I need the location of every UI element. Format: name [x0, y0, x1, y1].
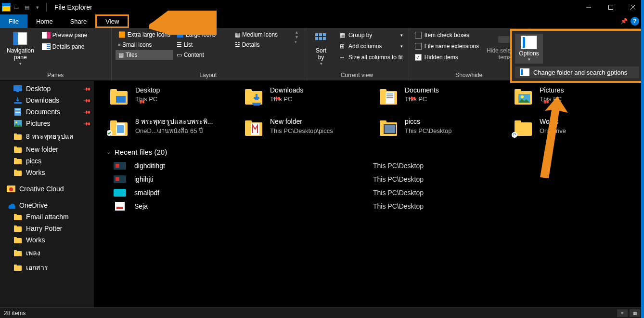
tile-item[interactable]: New folderThis PC\Desktop\piccs [238, 114, 373, 143]
sidebar-item[interactable]: Documents📌 [0, 106, 94, 118]
window-title: File Explorer [54, 3, 92, 11]
recent-file-name: Seja [134, 202, 365, 210]
recent-file-row[interactable]: SejaThis PC\Desktop [103, 199, 644, 213]
sidebar-item[interactable]: Works [0, 234, 94, 246]
tile-item[interactable]: piccsThis PC\Desktop [373, 114, 508, 143]
folder-icon [13, 169, 22, 176]
svg-rect-33 [14, 147, 22, 153]
cc-icon [7, 185, 15, 193]
pin-icon: 📌 [83, 108, 91, 116]
app-icon [2, 3, 11, 12]
change-folder-options-icon [520, 68, 529, 76]
folder-icon [13, 225, 22, 232]
recent-file-name: smallpdf [134, 189, 365, 197]
maximize-button[interactable] [600, 0, 622, 14]
sidebar-item-label: Desktop [26, 85, 51, 93]
svg-rect-52 [110, 89, 117, 92]
sidebar-item[interactable]: 8 พระพุทธรูปแล [0, 129, 94, 144]
layout-scroll-down[interactable]: ▼ [295, 35, 299, 40]
tab-file[interactable]: File [0, 14, 27, 28]
recent-files-label: Recent files (20) [115, 148, 167, 156]
item-check-boxes-toggle[interactable]: Item check boxes [413, 30, 481, 40]
sidebar-item-label: Email attachm [26, 213, 69, 221]
sidebar-item[interactable]: Works [0, 167, 94, 178]
add-columns-button[interactable]: ⊞Add columns▾ [336, 41, 405, 52]
details-pane-button[interactable]: Details pane [40, 41, 107, 52]
sidebar-item[interactable]: เอกสาร [0, 260, 94, 275]
tab-home[interactable]: Home [27, 14, 62, 28]
layout-tiles[interactable]: ▤Tiles [116, 50, 173, 60]
change-folder-options-item[interactable]: Change folder and search options [515, 66, 639, 78]
recent-file-path: This PC\Desktop [373, 175, 424, 183]
tile-path: This PC\Desktop [405, 127, 452, 135]
file-icon [113, 188, 127, 197]
sidebar-item[interactable]: เพลง [0, 246, 94, 260]
qat-dropdown-icon[interactable]: ▾ [33, 2, 42, 12]
sidebar-item-label: เอกสาร [26, 262, 48, 273]
layout-scroll-more[interactable]: ▾ [295, 40, 299, 44]
preview-pane-button[interactable]: Preview pane [40, 30, 107, 40]
desktop-edge [641, 0, 644, 318]
layout-group-label: Layout [116, 71, 301, 80]
qat-properties-icon[interactable]: ▤ [22, 2, 32, 12]
tab-share[interactable]: Share [62, 14, 96, 28]
tile-item[interactable]: DownloadsThis PC📌 [238, 83, 373, 114]
qat-folder-icon[interactable]: ▭ [12, 2, 21, 12]
tile-item[interactable]: 8 พระพุทธรูปและบพระพิ...OneD...\งานหนังส… [103, 114, 238, 143]
tile-item[interactable]: DocumentsThis PC📌 [373, 83, 508, 114]
svg-rect-87 [116, 207, 123, 209]
sidebar-item[interactable]: Email attachm [0, 211, 94, 223]
file-icon [113, 202, 127, 211]
options-label: Options [519, 50, 539, 57]
pin-ribbon-icon[interactable]: 📌 [620, 18, 628, 25]
hidden-items-toggle[interactable]: ✓Hidden items [413, 52, 481, 63]
recent-file-row[interactable]: smallpdfThis PC\Desktop [103, 186, 644, 199]
sidebar-item[interactable]: Creative Cloud [0, 183, 94, 195]
size-columns-button[interactable]: ↔Size all columns to fit [336, 52, 405, 63]
file-extensions-toggle[interactable]: File name extensions [413, 41, 481, 52]
navigation-sidebar[interactable]: Desktop📌Downloads📌Documents📌Pictures📌8 พ… [0, 81, 94, 307]
svg-rect-60 [386, 95, 393, 96]
options-button[interactable]: Options ▾ [515, 34, 543, 64]
sidebar-item-label: New folder [26, 146, 58, 153]
svg-rect-14 [315, 33, 318, 36]
options-highlight-box: Options ▾ Change folder and search optio… [510, 29, 644, 83]
layout-medium[interactable]: ▦Medium icons [232, 30, 290, 40]
navigation-pane-button[interactable]: Navigation pane ▾ [4, 30, 37, 67]
sidebar-item[interactable]: Harry Potter [0, 223, 94, 234]
sidebar-item[interactable]: piccs [0, 155, 94, 167]
svg-rect-69 [117, 125, 124, 133]
tile-item[interactable]: PicturesThis PC📌 [508, 83, 643, 114]
sidebar-item[interactable]: Pictures📌 [0, 118, 94, 129]
tile-item[interactable]: WorksOneDrive [508, 114, 643, 143]
layout-list[interactable]: ☰List [174, 40, 232, 50]
svg-rect-37 [14, 171, 22, 176]
svg-rect-38 [14, 170, 17, 171]
view-tiles-toggle[interactable]: ▦ [630, 309, 640, 317]
minimize-button[interactable] [578, 0, 600, 14]
group-by-button[interactable]: ▦Group by▾ [336, 30, 405, 40]
view-details-toggle[interactable]: ≡ [617, 309, 628, 317]
sidebar-item[interactable]: Downloads📌 [0, 94, 94, 106]
tile-item[interactable]: DesktopThis PC📌 [103, 83, 238, 114]
help-icon[interactable]: ? [631, 17, 639, 26]
layout-scroll-up[interactable]: ▲ [295, 30, 299, 35]
sidebar-item[interactable]: OneDrive [0, 199, 94, 211]
layout-details[interactable]: ☳Details [232, 40, 290, 50]
pin-icon: 📌 [83, 96, 91, 104]
layout-content[interactable]: ▭Content [174, 50, 232, 60]
layout-small[interactable]: ▫Small icons [116, 40, 173, 50]
svg-rect-26 [15, 109, 20, 110]
recent-file-path: This PC\Desktop [373, 189, 424, 197]
folder-icon [13, 264, 22, 271]
sidebar-item[interactable]: New folder [0, 144, 94, 155]
sort-by-button[interactable]: Sort by ▾ [309, 30, 333, 67]
tile-name: Pictures [540, 86, 564, 94]
sidebar-item[interactable]: Desktop📌 [0, 83, 94, 94]
tab-view[interactable]: View [95, 14, 129, 28]
sort-by-label: Sort by [316, 47, 326, 61]
navigation-pane-label: Navigation pane [7, 47, 34, 61]
recent-file-path: This PC\Desktop [373, 162, 424, 170]
tile-path: OneD...\งานหนังสือ 65 ปี [135, 127, 213, 135]
panes-group-label: Panes [4, 71, 107, 80]
